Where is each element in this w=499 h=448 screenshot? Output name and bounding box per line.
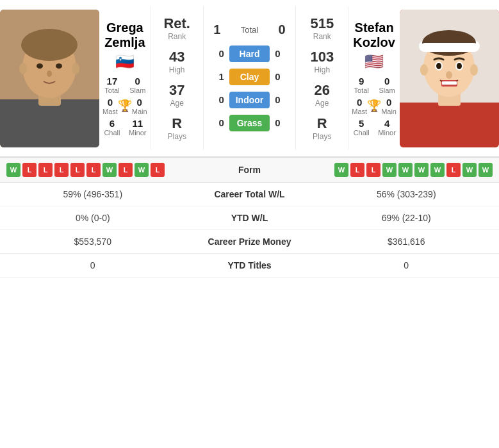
left-stats-grid: 17 Total 0 Slam — [102, 76, 147, 94]
form-badge-l: L — [86, 163, 101, 177]
svg-point-9 — [72, 63, 79, 74]
grass-score-right: 0 — [270, 117, 295, 128]
svg-point-24 — [470, 64, 478, 76]
svg-point-20 — [457, 63, 462, 69]
hard-button[interactable]: Hard — [229, 46, 270, 62]
svg-rect-11 — [400, 103, 499, 147]
form-section: WLLLLLWLWL Form WLLWWWWLWW — [0, 157, 499, 183]
form-badge-w: W — [414, 163, 429, 177]
svg-point-23 — [420, 64, 428, 76]
form-label: Form — [211, 165, 288, 175]
stats-row-1: 0% (0-0)YTD W/L69% (22-10) — [0, 206, 499, 230]
svg-rect-1 — [0, 99, 99, 147]
left-player-stats: Grega Zemlja 🇸🇮 17 Total 0 Slam 0 Mast 🏆 — [99, 6, 151, 150]
left-main: 0 Main — [132, 97, 147, 115]
right-slam: 0 Slam — [377, 76, 397, 94]
stats-right-0: 56% (303-239) — [314, 189, 500, 199]
left-player-flag: 🇸🇮 — [115, 53, 135, 71]
form-badge-l: L — [151, 163, 165, 177]
form-badge-w: W — [479, 163, 493, 177]
surface-row-clay: 1 Clay 0 — [204, 69, 296, 85]
stats-center-label-3: YTD Titles — [186, 260, 314, 270]
form-badge-w: W — [6, 163, 20, 177]
trophy-icon-right: 🏆 — [367, 99, 381, 113]
indoor-score-left: 0 — [204, 94, 229, 105]
surface-comparison: 1 Total 0 0 Hard 0 1 Clay 0 0 Indoor 0 0 — [204, 6, 296, 150]
stats-left-2: $553,570 — [0, 236, 186, 247]
stats-row-2: $553,570Career Prize Money$361,616 — [0, 230, 499, 254]
right-trophy-row: 0 Mast 🏆 0 Main — [352, 97, 397, 115]
right-player-photo-container — [400, 6, 499, 150]
form-badge-l: L — [119, 163, 133, 177]
left-plays: R Plays — [168, 115, 186, 141]
stats-left-1: 0% (0-0) — [0, 213, 186, 223]
left-high: 43 High — [169, 49, 185, 74]
left-player-photo-container — [0, 6, 99, 150]
left-middle-panel: Ret. Rank 43 High 37 Age R Plays — [151, 6, 204, 150]
right-chall: 5 Chall — [352, 118, 371, 137]
total-label: Total — [230, 25, 268, 35]
right-minor: 4 Minor — [377, 118, 397, 137]
right-player-photo — [400, 10, 499, 147]
form-badge-w: W — [135, 163, 149, 177]
surface-row-hard: 0 Hard 0 — [204, 46, 296, 62]
left-chall-minor: 6 Chall 11 Minor — [102, 118, 147, 137]
left-player-photo — [0, 10, 99, 147]
left-slam: 0 Slam — [128, 76, 147, 94]
stats-right-2: $361,616 — [314, 236, 500, 247]
stats-row-3: 0YTD Titles0 — [0, 254, 499, 278]
left-player-name: Grega Zemlja — [102, 21, 147, 50]
form-badge-l: L — [38, 163, 53, 177]
total-left-score: 1 — [204, 22, 230, 37]
right-age: 26 Age — [315, 82, 330, 108]
clay-button[interactable]: Clay — [229, 69, 270, 85]
main-container: Grega Zemlja 🇸🇮 17 Total 0 Slam 0 Mast 🏆 — [0, 0, 499, 278]
right-chall-minor: 5 Chall 4 Minor — [352, 118, 397, 137]
total-row: 1 Total 0 — [204, 22, 296, 37]
svg-point-6 — [56, 63, 62, 69]
form-badge-w: W — [430, 163, 445, 177]
hard-score-right: 0 — [270, 48, 295, 59]
form-badge-w: W — [102, 163, 117, 177]
svg-point-8 — [19, 63, 27, 74]
form-badges-left: WLLLLLWLWL — [6, 163, 211, 177]
clay-score-right: 0 — [270, 71, 295, 82]
form-badge-w: W — [462, 163, 477, 177]
form-badge-l: L — [366, 163, 380, 177]
svg-point-25 — [446, 71, 452, 79]
svg-point-18 — [436, 63, 441, 69]
stats-center-label-1: YTD W/L — [186, 213, 314, 223]
form-badge-w: W — [334, 163, 348, 177]
right-high: 103 High — [310, 49, 334, 74]
form-badge-l: L — [22, 163, 37, 177]
clay-score-left: 1 — [204, 71, 229, 82]
form-badge-w: W — [382, 163, 397, 177]
right-stats-grid: 9 Total 0 Slam — [352, 76, 397, 94]
right-plays: R Plays — [313, 115, 331, 141]
form-badge-l: L — [70, 163, 85, 177]
indoor-button[interactable]: Indoor — [229, 92, 270, 108]
right-mast: 0 Mast — [352, 97, 367, 115]
trophy-icon-left: 🏆 — [118, 99, 132, 113]
left-minor: 11 Minor — [128, 118, 147, 137]
left-rank: Ret. Rank — [163, 15, 190, 41]
surface-row-indoor: 0 Indoor 0 — [204, 92, 296, 108]
svg-rect-22 — [442, 81, 457, 85]
svg-point-7 — [47, 71, 52, 77]
left-mast: 0 Mast — [102, 97, 118, 115]
form-badges-right: WLLWWWWLWW — [288, 163, 493, 177]
grass-score-left: 0 — [204, 117, 229, 128]
total-right-score: 0 — [268, 22, 295, 37]
svg-point-5 — [37, 63, 43, 69]
right-rank: 515 Rank — [310, 15, 334, 41]
indoor-score-right: 0 — [270, 94, 295, 105]
right-main: 0 Main — [381, 97, 397, 115]
stats-right-1: 69% (22-10) — [314, 213, 500, 223]
stats-center-label-0: Career Total W/L — [186, 189, 314, 199]
stats-left-3: 0 — [0, 260, 186, 270]
right-middle-panel: 515 Rank 103 High 26 Age R Plays — [295, 6, 348, 150]
grass-button[interactable]: Grass — [229, 115, 270, 131]
form-badge-l: L — [54, 163, 69, 177]
hard-score-left: 0 — [204, 48, 229, 59]
svg-point-4 — [21, 29, 78, 61]
